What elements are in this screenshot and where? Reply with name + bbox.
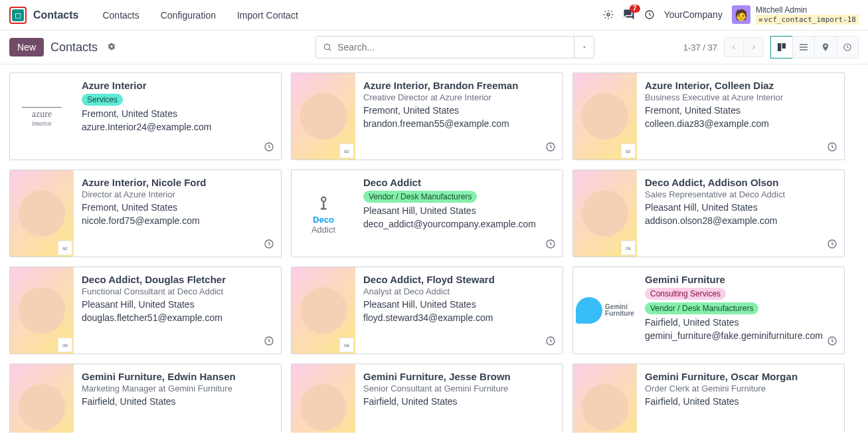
app-logo[interactable]: ◻ bbox=[9, 7, 27, 24]
kanban-icon bbox=[776, 42, 787, 53]
contact-card[interactable]: daDeco Addict, Floyd StewardAnalyst at D… bbox=[291, 267, 563, 354]
contact-email: deco_addict@yourcompany.example.com bbox=[363, 219, 555, 229]
debug-icon[interactable] bbox=[603, 9, 614, 20]
search-icon bbox=[323, 43, 332, 52]
contact-body: Gemini Furniture, Jesse BrownSenior Cons… bbox=[355, 364, 563, 433]
contact-card[interactable]: gfGemini Furniture, Jesse BrownSenior Co… bbox=[291, 364, 563, 433]
contact-image: gf bbox=[292, 364, 355, 433]
activity-clock-icon[interactable] bbox=[545, 336, 556, 348]
company-sublogo: az bbox=[58, 241, 72, 255]
contact-card[interactable]: daDeco Addict, Douglas FletcherFunctiona… bbox=[9, 267, 282, 354]
contact-card[interactable]: ⟟DecoAddictDeco AddictVendor / Desk Manu… bbox=[291, 169, 563, 257]
contact-name: Deco Addict bbox=[363, 177, 555, 188]
contact-location: Pleasant Hill, United States bbox=[363, 299, 555, 310]
contact-tag: Consulting Services bbox=[645, 288, 726, 300]
contact-card[interactable]: gfGemini Furniture, Oscar MorganOrder Cl… bbox=[572, 364, 845, 433]
contact-email: addison.olson28@example.com bbox=[645, 215, 836, 226]
breadcrumb: Contacts bbox=[50, 41, 98, 54]
contact-tag: Vendor / Desk Manufacturers bbox=[645, 302, 758, 314]
user-name: Mitchell Admin bbox=[756, 5, 859, 15]
contact-email: nicole.ford75@example.com bbox=[82, 215, 273, 226]
nav-contacts[interactable]: Contacts bbox=[93, 3, 148, 27]
contact-card[interactable]: azAzure Interior, Colleen DiazBusiness E… bbox=[572, 72, 845, 160]
contact-location: Fairfield, United States bbox=[645, 317, 836, 328]
contact-body: Gemini Furniture, Edwin HansenMarketing … bbox=[74, 364, 281, 433]
nav-configuration[interactable]: Configuration bbox=[151, 3, 225, 27]
app-title: Contacts bbox=[33, 9, 78, 21]
messages-icon[interactable]: 7 bbox=[623, 9, 635, 21]
contact-subtitle: Business Executive at Azure Interior bbox=[645, 92, 836, 102]
activity-clock-icon[interactable] bbox=[264, 239, 274, 251]
search-box[interactable] bbox=[315, 36, 574, 58]
company-selector[interactable]: YourCompany bbox=[664, 9, 723, 20]
contact-body: Deco Addict, Floyd StewardAnalyst at Dec… bbox=[355, 267, 563, 354]
contact-name: Gemini Furniture bbox=[645, 274, 836, 285]
chevron-left-icon bbox=[730, 43, 738, 51]
contact-location: Fremont, United States bbox=[82, 202, 273, 213]
contact-tag: Services bbox=[82, 94, 123, 106]
contact-card[interactable]: azureinteriorAzure InteriorServicesFremo… bbox=[9, 72, 282, 160]
contact-name: Deco Addict, Addison Olson bbox=[645, 177, 836, 188]
view-map-button[interactable] bbox=[814, 36, 837, 58]
svg-point-0 bbox=[607, 13, 610, 16]
contact-subtitle: Senior Consultant at Gemini Furniture bbox=[363, 383, 555, 393]
contact-card[interactable]: GeminiFurnitureGemini FurnitureConsultin… bbox=[572, 267, 845, 354]
activity-clock-icon[interactable] bbox=[827, 142, 837, 154]
contact-image: da bbox=[573, 170, 637, 257]
contact-location: Fremont, United States bbox=[82, 108, 273, 119]
contact-body: Azure InteriorServicesFremont, United St… bbox=[74, 73, 281, 160]
svg-rect-3 bbox=[778, 43, 781, 51]
view-activity-button[interactable] bbox=[836, 36, 859, 58]
view-settings-icon[interactable] bbox=[107, 42, 116, 53]
contact-name: Azure Interior, Nicole Ford bbox=[82, 177, 273, 188]
contact-card[interactable]: azAzure Interior, Brandon FreemanCreativ… bbox=[291, 72, 563, 160]
search-options-toggle[interactable] bbox=[574, 36, 594, 58]
activity-clock-icon[interactable] bbox=[827, 239, 837, 251]
user-menu[interactable]: 🧑 Mitchell Admin vcf_contact_import-18 bbox=[732, 5, 859, 25]
company-sublogo: da bbox=[58, 338, 72, 352]
nav-import-contact[interactable]: Import Contact bbox=[228, 3, 307, 27]
activity-clock-icon[interactable] bbox=[264, 142, 274, 154]
contact-card[interactable]: daDeco Addict, Addison OlsonSales Repres… bbox=[572, 169, 845, 257]
contact-tag: Vendor / Desk Manufacturers bbox=[363, 191, 477, 203]
contact-name: Gemini Furniture, Jesse Brown bbox=[363, 371, 555, 382]
clock-icon bbox=[843, 43, 852, 52]
contact-body: Azure Interior, Nicole FordDirector at A… bbox=[74, 170, 281, 257]
database-tag: vcf_contact_import-18 bbox=[756, 15, 859, 25]
pager-prev-button[interactable] bbox=[724, 37, 744, 57]
activity-clock-icon[interactable] bbox=[827, 336, 837, 348]
activity-clock-icon[interactable] bbox=[264, 336, 274, 348]
view-kanban-button[interactable] bbox=[770, 36, 793, 58]
activities-icon[interactable] bbox=[644, 9, 655, 20]
contact-card[interactable]: azAzure Interior, Nicole FordDirector at… bbox=[9, 169, 282, 257]
contact-location: Fremont, United States bbox=[645, 105, 836, 116]
user-avatar: 🧑 bbox=[732, 5, 750, 24]
contact-body: Deco Addict, Addison OlsonSales Represen… bbox=[637, 170, 844, 257]
contact-image: gf bbox=[573, 364, 637, 433]
contact-email: brandon.freeman55@example.com bbox=[363, 118, 555, 129]
contact-body: Azure Interior, Brandon FreemanCreative … bbox=[355, 73, 563, 160]
activity-clock-icon[interactable] bbox=[545, 239, 556, 251]
activity-clock-icon[interactable] bbox=[545, 142, 556, 154]
contact-body: Deco Addict, Douglas FletcherFunctional … bbox=[74, 267, 281, 354]
contact-subtitle: Marketing Manager at Gemini Furniture bbox=[82, 383, 273, 393]
contact-email: gemini_furniture@fake.geminifurniture.co… bbox=[645, 330, 836, 341]
caret-down-icon bbox=[581, 44, 588, 51]
view-list-button[interactable] bbox=[792, 36, 815, 58]
contact-card[interactable]: gfGemini Furniture, Edwin HansenMarketin… bbox=[9, 364, 282, 433]
contact-body: Gemini FurnitureConsulting ServicesVendo… bbox=[637, 267, 844, 354]
pager-text[interactable]: 1-37 / 37 bbox=[683, 43, 717, 53]
new-button[interactable]: New bbox=[9, 38, 44, 56]
company-sublogo: az bbox=[339, 144, 354, 158]
pager-next-button[interactable] bbox=[744, 37, 764, 57]
company-sublogo: az bbox=[621, 144, 636, 158]
map-pin-icon bbox=[821, 43, 830, 52]
svg-point-2 bbox=[324, 44, 329, 49]
contact-image: az bbox=[292, 73, 355, 160]
search-input[interactable] bbox=[337, 42, 567, 53]
contact-image: azureinterior bbox=[10, 73, 74, 160]
contact-name: Gemini Furniture, Oscar Morgan bbox=[645, 371, 836, 382]
contact-image: GeminiFurniture bbox=[573, 267, 637, 354]
contact-email: floyd.steward34@example.com bbox=[363, 312, 555, 323]
contact-location: Fremont, United States bbox=[363, 105, 555, 116]
